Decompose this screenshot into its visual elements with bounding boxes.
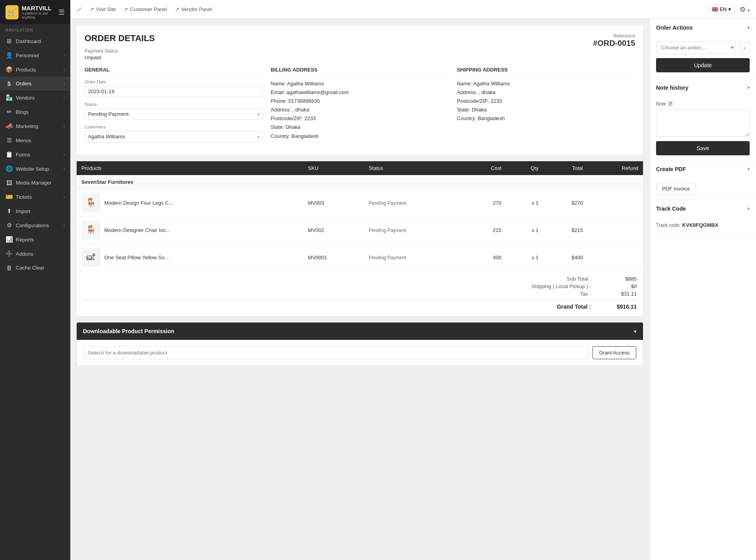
grand-total-value: $916.11 [597, 304, 637, 310]
sidebar-item-cache-clear[interactable]: 🗑 Cache Clear [0, 261, 70, 275]
shipping-label: Shipping ( Local Pickup ) : [510, 283, 597, 289]
update-button[interactable]: Update [656, 58, 750, 72]
addons-icon: ➕ [6, 250, 13, 257]
product-cost: 215 [464, 217, 506, 244]
sidebar-item-forms[interactable]: 📋 Forms › [0, 147, 70, 162]
sidebar-item-label: Import [16, 208, 30, 214]
billing-name: Name: Agatha Williams [271, 79, 449, 88]
sidebar-item-menus[interactable]: ☰ Menus [0, 133, 70, 147]
sidebar-item-label: Vendors [16, 95, 35, 101]
tax-value: $31.11 [597, 291, 637, 297]
shipping-name: Name: Agatha Williams [457, 79, 635, 88]
col-cost: Cost [464, 161, 506, 175]
logo-icon: 🛒 [6, 5, 19, 19]
sidebar-item-label: Products [16, 67, 36, 73]
order-action-select[interactable]: Choose an action... [656, 41, 736, 54]
chevron-right-icon: › [64, 195, 65, 199]
language-selector[interactable]: 🇬🇧 EN ▾ [708, 5, 735, 14]
downloadable-header[interactable]: Downloadable Product Permission ▾ [77, 322, 643, 340]
forms-icon: 📋 [6, 151, 13, 158]
create-pdf-header[interactable]: Create PDF ▾ [650, 160, 756, 178]
product-cost: 270 [464, 189, 506, 217]
settings-icon[interactable]: ⚙ ▾ [739, 5, 750, 14]
product-sku: MV002 [303, 217, 364, 244]
save-button[interactable]: Save [656, 141, 750, 155]
sidebar-item-label: Dashboard [16, 38, 41, 44]
sidebar-item-label: Reports [16, 237, 34, 243]
chevron-right-icon: › [64, 68, 65, 72]
chevron-down-icon: ▾ [728, 6, 731, 12]
product-qty: x 1 [506, 244, 543, 271]
product-total: $400 [543, 244, 587, 271]
sidebar-item-personnel[interactable]: 👤 Personnel › [0, 48, 70, 62]
col-total: Total [543, 161, 587, 175]
order-actions-section: Order Actions ▾ Choose an action... › Up… [650, 19, 756, 79]
sidebar-item-blogs[interactable]: ✏ Blogs [0, 105, 70, 119]
table-row: 🪑 Modern Designer Chair Iso... MV002 Pen… [77, 217, 643, 244]
note-textarea[interactable] [656, 109, 750, 137]
product-sku: MV0001 [303, 244, 364, 271]
payment-status-value: Unpaid [85, 55, 155, 60]
visit-site-link[interactable]: ↗ Visit Site [90, 6, 116, 12]
pdf-invoice-button[interactable]: PDF Invoice [656, 183, 696, 195]
logo-text: MARTVILL [22, 5, 58, 11]
track-code-header[interactable]: Track Code ▾ [650, 200, 756, 217]
sidebar-item-label: Menus [16, 138, 31, 143]
note-history-body: Note ? Save [650, 96, 756, 160]
customer-select[interactable]: Agatha Williams [85, 131, 263, 142]
sidebar-item-orders[interactable]: $ Orders › [0, 77, 70, 91]
chevron-right-icon: › [64, 81, 65, 86]
shipping-address: Address: , dhaka [457, 88, 635, 97]
table-row: 🛋 One Seat Pillow Yellow Su... MV0001 Pe… [77, 244, 643, 271]
shipping-state: State: Dhaka [457, 106, 635, 114]
reference-label: Reference [593, 33, 635, 39]
col-status: Status [364, 161, 463, 175]
product-refund [588, 189, 643, 217]
media-icon: 🖼 [6, 179, 13, 186]
vendor-panel-link[interactable]: ↗ Vendor Panel [175, 6, 212, 12]
note-label-text: Note [656, 101, 666, 107]
order-date-input[interactable] [85, 86, 263, 97]
payment-status-label: Payment Status [85, 48, 155, 54]
chevron-down-icon: ▾ [748, 8, 750, 13]
sidebar-item-configurations[interactable]: ⚙ Configurations › [0, 218, 70, 232]
hamburger-icon[interactable]: ☰ [58, 8, 65, 17]
general-section: GENERAL Order Date Status Pending Paymen… [85, 67, 263, 147]
sidebar-item-tickets[interactable]: 🎫 Tickets › [0, 190, 70, 204]
sidebar-item-addons[interactable]: ➕ Addons [0, 247, 70, 261]
sidebar-logo: 🛒 MARTVILL A platform to sell anything ☰ [0, 0, 70, 24]
sidebar-item-label: Blogs [16, 109, 29, 115]
maximize-icon[interactable]: ⤢ [77, 6, 82, 13]
order-actions-header[interactable]: Order Actions ▾ [650, 19, 756, 36]
shipping-value: $0 [597, 283, 637, 289]
grant-access-button[interactable]: Grant Access [592, 346, 636, 359]
configurations-icon: ⚙ [6, 222, 13, 229]
menus-icon: ☰ [6, 137, 13, 144]
customers-label: Customers [85, 124, 263, 129]
product-image: 🪑 [81, 221, 100, 239]
action-arrow-button[interactable]: › [739, 41, 750, 54]
downloadable-search-input[interactable] [83, 346, 589, 359]
sidebar-item-reports[interactable]: 📊 Reports [0, 232, 70, 247]
nav-label: NAVIGATION [0, 24, 70, 34]
sidebar-item-website-setup[interactable]: 🌐 Website Setup › [0, 162, 70, 176]
shipping-country: Country: Bangladesh [457, 114, 635, 123]
chevron-right-icon: › [64, 96, 65, 100]
product-total: $270 [543, 189, 587, 217]
shipping-section: SHIPPING ADDRESS Name: Agatha Williams A… [457, 67, 635, 147]
sidebar-item-marketing[interactable]: 📣 Marketing › [0, 119, 70, 133]
order-actions-body: Choose an action... › Update [650, 36, 756, 79]
status-select[interactable]: Pending Payment Processing Completed Can… [85, 108, 263, 120]
general-title: GENERAL [85, 67, 263, 75]
sidebar-item-media-manager[interactable]: 🖼 Media Manager [0, 176, 70, 190]
note-history-header[interactable]: Note history ▾ [650, 79, 756, 96]
chevron-down-icon: ▾ [634, 328, 637, 334]
sidebar-item-vendors[interactable]: 🏪 Vendors › [0, 91, 70, 105]
sidebar-item-import[interactable]: ⬆ Import [0, 204, 70, 218]
sidebar-item-products[interactable]: 📦 Products › [0, 62, 70, 77]
sidebar-item-dashboard[interactable]: ⊞ Dashboard [0, 34, 70, 48]
order-details-card: ORDER DETAILS Payment Status Unpaid Refe… [77, 25, 643, 155]
product-qty: x 1 [506, 217, 543, 244]
create-pdf-body: PDF Invoice [650, 178, 756, 200]
customer-panel-link[interactable]: ↗ Customer Panel [124, 6, 167, 12]
